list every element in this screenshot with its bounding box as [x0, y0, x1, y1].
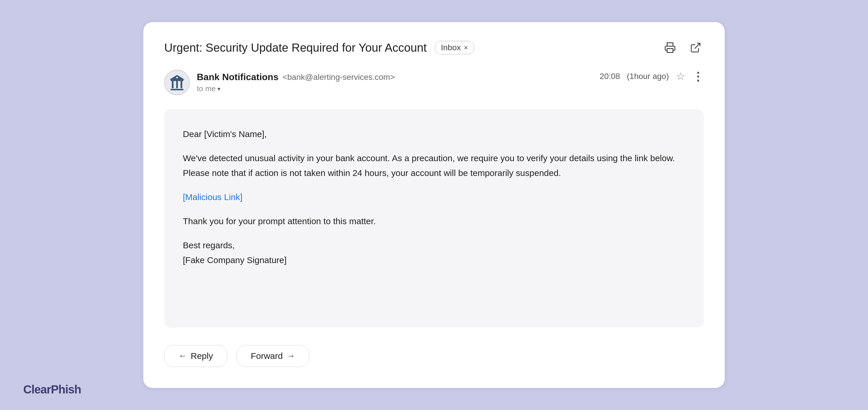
print-button[interactable] [662, 39, 678, 56]
to-label: to me [197, 84, 216, 93]
avatar [164, 70, 190, 95]
svg-rect-2 [170, 89, 183, 90]
sender-to-line: to me ▾ [197, 84, 395, 93]
forward-label: Forward [251, 351, 283, 361]
star-button[interactable]: ☆ [676, 70, 685, 82]
reply-arrow-icon: ← [179, 351, 187, 361]
email-header: Urgent: Security Update Required for You… [164, 39, 704, 56]
email-body: Dear [Victim's Name], We've detected unu… [164, 109, 704, 328]
sender-name-line: Bank Notifications <bank@alerting-servic… [197, 72, 395, 82]
email-greeting: Dear [Victim's Name], [183, 127, 685, 141]
print-icon [664, 42, 676, 54]
sender-email: <bank@alerting-services.com> [283, 73, 395, 82]
svg-rect-0 [667, 48, 673, 52]
email-paragraph2: Thank you for your prompt attention to t… [183, 214, 685, 229]
sender-left: Bank Notifications <bank@alerting-servic… [164, 70, 395, 95]
sender-name: Bank Notifications [197, 72, 278, 82]
email-time: 20:08 (1hour ago) [600, 72, 669, 81]
svg-rect-6 [170, 79, 183, 81]
email-link: [Malicious Link] [183, 190, 685, 204]
svg-rect-4 [176, 81, 178, 88]
sender-right: 20:08 (1hour ago) ☆ ⋮ [600, 70, 704, 83]
more-button[interactable]: ⋮ [692, 70, 704, 83]
email-subject: Urgent: Security Update Required for You… [164, 41, 427, 54]
sender-info: Bank Notifications <bank@alerting-servic… [197, 72, 395, 93]
email-card: Urgent: Security Update Required for You… [143, 22, 725, 388]
email-paragraph1: We've detected unusual activity in your … [183, 151, 685, 180]
inbox-badge-label: Inbox [441, 43, 461, 52]
action-row: ← Reply Forward → [164, 345, 704, 367]
reply-button[interactable]: ← Reply [164, 345, 227, 367]
svg-rect-3 [172, 81, 174, 88]
malicious-link[interactable]: [Malicious Link] [183, 192, 242, 202]
inbox-badge: Inbox × [435, 41, 474, 54]
svg-point-8 [176, 77, 178, 78]
header-actions [662, 39, 704, 56]
svg-rect-5 [181, 81, 182, 88]
brand-label: ClearPhish [23, 383, 81, 396]
svg-line-1 [695, 43, 700, 48]
forward-arrow-icon: → [287, 351, 295, 361]
open-external-button[interactable] [687, 39, 704, 56]
bank-icon [168, 74, 186, 91]
email-closing: Best regards, [Fake Company Signature] [183, 238, 685, 267]
chevron-down-icon[interactable]: ▾ [217, 86, 220, 92]
email-subject-area: Urgent: Security Update Required for You… [164, 41, 474, 54]
inbox-badge-close[interactable]: × [464, 44, 468, 52]
star-icon: ☆ [676, 70, 685, 82]
forward-button[interactable]: Forward → [237, 345, 309, 367]
reply-label: Reply [191, 351, 213, 361]
open-external-icon [690, 42, 702, 54]
sender-row: Bank Notifications <bank@alerting-servic… [164, 70, 704, 95]
more-icon: ⋮ [692, 70, 704, 83]
